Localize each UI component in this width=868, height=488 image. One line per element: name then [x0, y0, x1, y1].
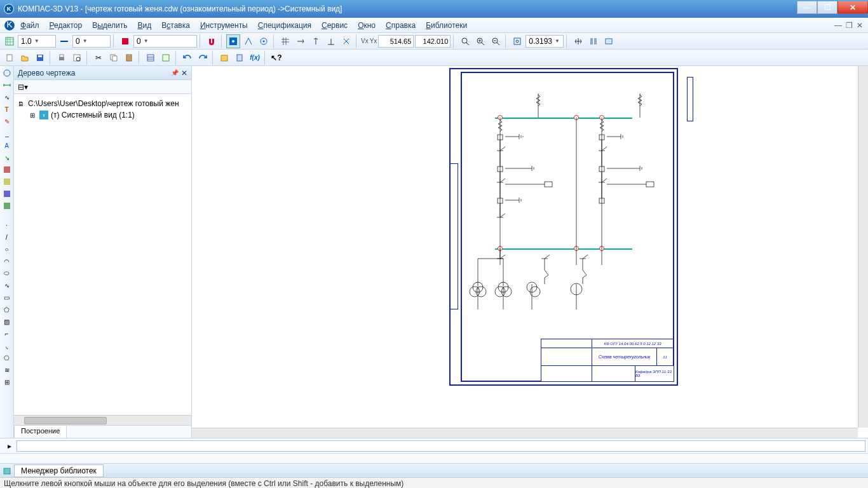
- fragment-tool[interactable]: [1, 188, 13, 200]
- style-button[interactable]: [57, 34, 71, 48]
- maximize-button[interactable]: ☐: [817, 1, 837, 14]
- zoom-fit-button[interactable]: [510, 34, 524, 48]
- snap-point-button[interactable]: [226, 34, 240, 48]
- help-cursor-button[interactable]: ↖?: [269, 51, 283, 65]
- command-menu-button[interactable]: ▸: [3, 439, 17, 453]
- perpendicular-button[interactable]: [324, 34, 338, 48]
- cut-button[interactable]: ✂: [92, 51, 105, 65]
- properties-button[interactable]: [144, 51, 158, 65]
- redraw-button[interactable]: [602, 34, 616, 48]
- mdi-restore-button[interactable]: ❐: [846, 21, 853, 30]
- fillet-tool[interactable]: ◟: [1, 340, 13, 351]
- edit-tool[interactable]: ✎: [1, 116, 13, 127]
- step-combo[interactable]: 1.0▼: [18, 35, 56, 48]
- menu-сервис[interactable]: Сервис: [316, 20, 353, 31]
- save-button[interactable]: [33, 51, 47, 65]
- tree-mode-button[interactable]: ⊟▾: [18, 83, 28, 92]
- tree-root[interactable]: 🗎 C:\Users\User\Desktop\чертеж готовый ж…: [17, 98, 189, 109]
- local-cs-button[interactable]: [339, 34, 353, 48]
- menu-редактор[interactable]: Редактор: [44, 20, 88, 31]
- views-tool[interactable]: [1, 200, 13, 212]
- menu-справка[interactable]: Справка: [381, 20, 421, 31]
- mdi-close-button[interactable]: ✕: [857, 21, 863, 30]
- command-input[interactable]: [17, 440, 865, 452]
- report-button[interactable]: [233, 51, 247, 65]
- grid-step-button[interactable]: [3, 34, 17, 48]
- point-tool[interactable]: ·: [1, 219, 13, 231]
- menu-спецификация[interactable]: Спецификация: [253, 20, 316, 31]
- menu-вид[interactable]: Вид: [133, 20, 157, 31]
- preview-button[interactable]: [70, 51, 84, 65]
- select-tool[interactable]: ↘: [1, 152, 13, 163]
- drawing-tree[interactable]: 🗎 C:\Users\User\Desktop\чертеж готовый ж…: [14, 94, 191, 415]
- ellipse-tool[interactable]: ⬭: [1, 268, 13, 279]
- contour-tool[interactable]: ⎔: [1, 352, 13, 363]
- style-combo[interactable]: 0▼: [72, 35, 111, 48]
- ortho-x-button[interactable]: [294, 34, 308, 48]
- menu-инструменты[interactable]: Инструменты: [195, 20, 253, 31]
- canvas-hscroll[interactable]: [192, 428, 858, 438]
- pin-icon[interactable]: 📌: [171, 69, 179, 76]
- coord-y[interactable]: 142.010: [415, 35, 451, 48]
- hatch-tool[interactable]: ▨: [1, 316, 13, 327]
- view-mgr-button[interactable]: [587, 34, 600, 48]
- menu-библиотеки[interactable]: Библиотеки: [421, 20, 472, 31]
- tab-construction[interactable]: Построение: [14, 425, 67, 438]
- magnet-button[interactable]: [205, 34, 219, 48]
- layer-color-button[interactable]: [118, 34, 132, 48]
- dimensions-tool[interactable]: [1, 79, 13, 91]
- ortho-y-button[interactable]: [309, 34, 323, 48]
- designation-tool[interactable]: ∿: [1, 92, 13, 103]
- text-tool[interactable]: T: [1, 104, 13, 115]
- copy-button[interactable]: [107, 51, 121, 65]
- new-doc-button[interactable]: [3, 51, 17, 65]
- variables-button[interactable]: [159, 51, 173, 65]
- expand-icon[interactable]: ⊞: [28, 111, 37, 119]
- circle-tool[interactable]: ○: [1, 243, 13, 255]
- grid-button[interactable]: [278, 34, 292, 48]
- chamfer-tool[interactable]: ⌐: [1, 328, 13, 339]
- report-tool[interactable]: [1, 176, 13, 187]
- tree-hscroll[interactable]: [14, 415, 191, 425]
- menu-вставка[interactable]: Вставка: [156, 20, 195, 31]
- zoom-out-button[interactable]: [489, 34, 503, 48]
- print-button[interactable]: [55, 51, 69, 65]
- assembly-tool[interactable]: ⊞: [1, 376, 13, 388]
- redo-button[interactable]: [196, 51, 210, 65]
- paste-button[interactable]: [122, 51, 136, 65]
- measure-tool[interactable]: A: [1, 140, 13, 151]
- libmgr-icon[interactable]: [0, 464, 14, 478]
- minimize-button[interactable]: —: [797, 1, 817, 14]
- arc-tool[interactable]: ◠: [1, 255, 13, 267]
- menu-файл[interactable]: Файл: [15, 20, 44, 31]
- menu-выделить[interactable]: Выделить: [87, 20, 132, 31]
- equidistant-tool[interactable]: ≋: [1, 364, 13, 376]
- open-button[interactable]: [18, 51, 32, 65]
- library-button[interactable]: [217, 51, 231, 65]
- tree-view-item[interactable]: ⊞ т (т) Системный вид (1:1): [17, 109, 189, 121]
- spec-tool[interactable]: [1, 164, 13, 175]
- spline-tool[interactable]: ∿: [1, 280, 13, 291]
- drawing-canvas[interactable]: КФ ОГУ 14.04.00.62 5 0 12.12 33 Схема че…: [192, 66, 868, 438]
- polygon-tool[interactable]: ⬠: [1, 304, 13, 315]
- menu-окно[interactable]: Окно: [353, 20, 381, 31]
- zoom-combo[interactable]: 0.3193▼: [526, 35, 564, 48]
- coord-x[interactable]: 514.65: [378, 35, 414, 48]
- library-manager-tab[interactable]: Менеджер библиотек: [14, 464, 104, 477]
- close-button[interactable]: ✕: [837, 1, 868, 14]
- zoom-window-button[interactable]: [458, 34, 472, 48]
- canvas-vscroll[interactable]: [858, 66, 868, 428]
- fx-button[interactable]: f(x): [248, 51, 262, 65]
- snap-center-button[interactable]: [257, 34, 271, 48]
- line-tool[interactable]: /: [1, 231, 13, 243]
- geometry-tool[interactable]: [1, 67, 13, 79]
- app-menu-icon[interactable]: K: [4, 20, 15, 31]
- snap-mid-button[interactable]: [241, 34, 255, 48]
- undo-button[interactable]: [180, 51, 194, 65]
- panel-close-icon[interactable]: ✕: [181, 69, 187, 78]
- layer-combo[interactable]: 0▼: [133, 35, 197, 48]
- mdi-minimize-button[interactable]: —: [834, 21, 842, 30]
- param-tool[interactable]: ⎯: [1, 128, 13, 139]
- rect-tool[interactable]: ▭: [1, 292, 13, 303]
- zoom-in-button[interactable]: [473, 34, 487, 48]
